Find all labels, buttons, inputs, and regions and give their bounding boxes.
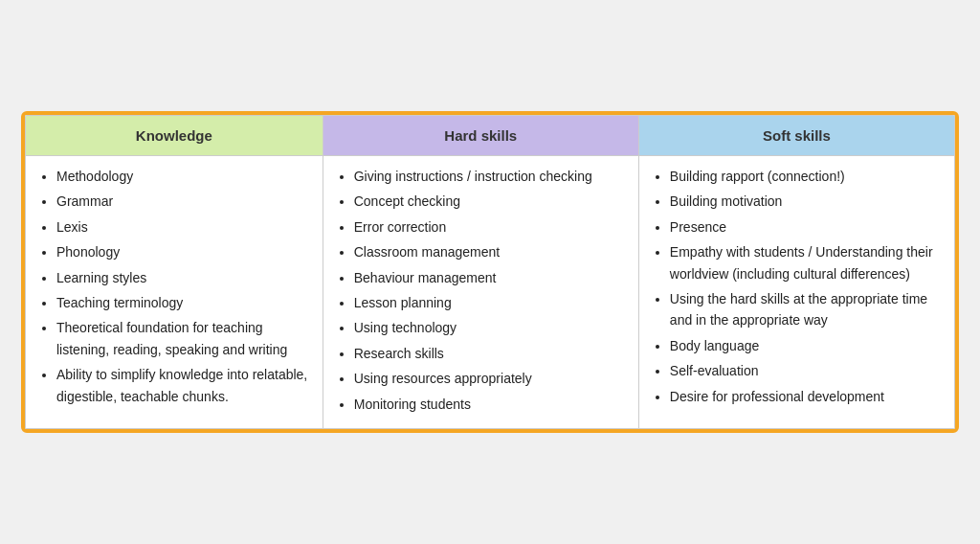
list-item: Teaching terminology xyxy=(56,292,309,313)
list-item: Lexis xyxy=(56,216,309,238)
list-item: Presence xyxy=(670,216,941,238)
list-item: Using technology xyxy=(354,317,625,338)
skills-table: Knowledge Hard skills Soft skills Method… xyxy=(25,115,955,429)
hard-skills-list: Giving instructions / instruction checki… xyxy=(337,166,625,415)
list-item: Classroom management xyxy=(354,241,625,262)
list-item: Theoretical foundation for teaching list… xyxy=(56,317,309,360)
header-hard-skills: Hard skills xyxy=(323,116,638,156)
list-item: Error correction xyxy=(354,216,625,238)
soft-skills-cell: Building rapport (connection!)Building m… xyxy=(638,156,954,429)
list-item: Using resources appropriately xyxy=(354,368,625,389)
knowledge-list: MethodologyGrammarLexisPhonologyLearning… xyxy=(39,166,309,407)
list-item: Giving instructions / instruction checki… xyxy=(354,166,625,187)
header-soft-skills: Soft skills xyxy=(638,116,954,156)
list-item: Research skills xyxy=(354,343,625,364)
list-item: Phonology xyxy=(56,241,309,262)
list-item: Concept checking xyxy=(354,191,625,212)
list-item: Ability to simplify knowledge into relat… xyxy=(56,364,309,407)
knowledge-cell: MethodologyGrammarLexisPhonologyLearning… xyxy=(26,156,323,429)
table-container: Knowledge Hard skills Soft skills Method… xyxy=(21,111,959,433)
list-item: Grammar xyxy=(56,191,309,212)
soft-skills-list: Building rapport (connection!)Building m… xyxy=(653,166,941,407)
list-item: Building rapport (connection!) xyxy=(670,166,941,187)
hard-skills-cell: Giving instructions / instruction checki… xyxy=(323,156,638,429)
list-item: Lesson planning xyxy=(354,292,625,313)
list-item: Self-evaluation xyxy=(670,360,941,381)
list-item: Desire for professional development xyxy=(670,386,941,407)
list-item: Building motivation xyxy=(670,191,941,212)
list-item: Using the hard skills at the appropriate… xyxy=(670,288,941,331)
list-item: Methodology xyxy=(56,166,309,187)
list-item: Learning styles xyxy=(56,267,309,288)
list-item: Monitoring students xyxy=(354,394,625,415)
header-knowledge: Knowledge xyxy=(26,116,323,156)
list-item: Empathy with students / Understanding th… xyxy=(670,241,941,284)
list-item: Body language xyxy=(670,335,941,356)
list-item: Behaviour management xyxy=(354,267,625,288)
